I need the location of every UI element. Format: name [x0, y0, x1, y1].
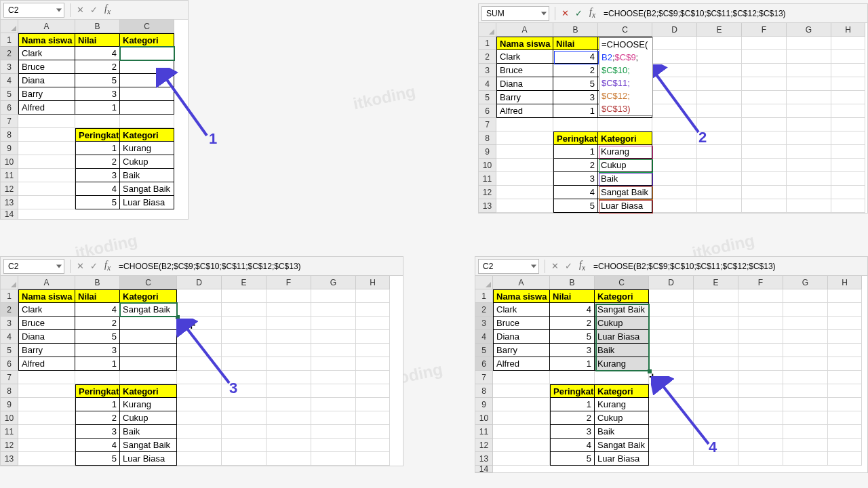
cell[interactable]: [311, 330, 356, 344]
cell[interactable]: 2: [550, 411, 595, 425]
cell[interactable]: [652, 145, 697, 159]
header-cell[interactable]: Kategori: [120, 384, 177, 398]
cell[interactable]: Cukup: [595, 317, 649, 330]
row-header[interactable]: 9: [1, 398, 18, 411]
cell[interactable]: [787, 64, 831, 77]
header-cell[interactable]: Kategori: [595, 384, 649, 398]
row-header[interactable]: 4: [475, 330, 493, 344]
cell[interactable]: [120, 371, 177, 384]
cell[interactable]: 1: [75, 101, 120, 115]
enter-icon[interactable]: ✓: [572, 7, 585, 20]
cell[interactable]: [496, 118, 553, 131]
row-header[interactable]: 13: [1, 196, 18, 209]
cell[interactable]: Kurang: [120, 142, 174, 155]
cell[interactable]: [356, 344, 390, 357]
cell[interactable]: [831, 77, 865, 91]
cell[interactable]: [496, 172, 553, 186]
cell[interactable]: [831, 118, 865, 131]
cell[interactable]: [267, 289, 311, 303]
cell[interactable]: 1: [550, 357, 595, 371]
cell[interactable]: 3: [553, 172, 598, 186]
col-header-C[interactable]: C: [595, 276, 649, 289]
cell[interactable]: [742, 131, 787, 145]
cell[interactable]: [177, 411, 222, 425]
cell[interactable]: 1: [553, 104, 598, 118]
cell[interactable]: [311, 303, 356, 317]
header-cell[interactable]: Kategori: [120, 128, 174, 142]
cell[interactable]: [177, 398, 222, 411]
select-all-corner[interactable]: [475, 276, 493, 289]
cell[interactable]: [222, 303, 267, 317]
cell[interactable]: [652, 91, 697, 104]
fx-icon[interactable]: fx: [589, 7, 595, 20]
cell[interactable]: [831, 199, 865, 213]
formula-input[interactable]: =CHOOSE(B2;$C$9;$C$10;$C$11;$C$12;$C$13): [599, 9, 867, 18]
cell[interactable]: [18, 196, 75, 209]
cell[interactable]: 2: [553, 64, 598, 77]
cell[interactable]: [783, 411, 828, 425]
cell[interactable]: [831, 145, 865, 159]
cell[interactable]: [356, 303, 390, 317]
cell[interactable]: [697, 91, 742, 104]
fx-icon[interactable]: fx: [104, 3, 111, 16]
col-header-E[interactable]: E: [694, 276, 738, 289]
cell[interactable]: [267, 357, 311, 371]
cell[interactable]: 2: [75, 60, 120, 74]
select-all-corner[interactable]: [1, 20, 18, 33]
cell[interactable]: 4: [75, 439, 120, 452]
enter-icon[interactable]: ✓: [561, 260, 575, 273]
header-cell[interactable]: Nilai: [553, 37, 598, 50]
cell[interactable]: Barry: [496, 91, 553, 104]
cell[interactable]: [18, 169, 75, 182]
col-header-C[interactable]: C: [120, 276, 177, 289]
cell[interactable]: [828, 384, 862, 398]
row-header[interactable]: 13: [1, 452, 18, 466]
row-header[interactable]: 1: [475, 289, 493, 303]
cell[interactable]: [267, 425, 311, 439]
cell[interactable]: Kurang: [598, 145, 652, 159]
header-cell[interactable]: Kategori: [120, 289, 177, 303]
cell[interactable]: [120, 74, 174, 87]
cell[interactable]: [356, 371, 390, 384]
cell[interactable]: [697, 77, 742, 91]
col-header-D[interactable]: D: [649, 276, 694, 289]
cell[interactable]: 1: [75, 142, 120, 155]
col-header-D[interactable]: D: [652, 23, 697, 37]
col-header-H[interactable]: H: [831, 23, 865, 37]
cell[interactable]: [553, 118, 598, 131]
cell[interactable]: [120, 330, 177, 344]
cell[interactable]: [828, 452, 862, 466]
cell[interactable]: [222, 398, 267, 411]
cell[interactable]: [598, 118, 652, 131]
cell[interactable]: [18, 371, 75, 384]
cell[interactable]: [783, 357, 828, 371]
row-header[interactable]: 9: [1, 142, 18, 155]
cell[interactable]: [738, 344, 783, 357]
cell[interactable]: [356, 398, 390, 411]
cell[interactable]: [787, 91, 831, 104]
col-header-G[interactable]: G: [787, 23, 831, 37]
active-cell[interactable]: [120, 47, 174, 60]
cell[interactable]: [222, 384, 267, 398]
cell[interactable]: 3: [75, 425, 120, 439]
cell[interactable]: [493, 425, 550, 439]
row-header[interactable]: 6: [475, 357, 493, 371]
cell[interactable]: 1: [75, 357, 120, 371]
cell[interactable]: [311, 344, 356, 357]
cell[interactable]: [356, 317, 390, 330]
cell[interactable]: [783, 303, 828, 317]
cell[interactable]: Clark: [496, 50, 553, 64]
row-header[interactable]: 5: [479, 91, 496, 104]
row-header[interactable]: 12: [1, 439, 18, 452]
cell[interactable]: [177, 371, 222, 384]
cell[interactable]: [75, 115, 120, 128]
cell[interactable]: [177, 357, 222, 371]
cell[interactable]: [742, 199, 787, 213]
cell[interactable]: Cukup: [120, 155, 174, 169]
cell[interactable]: [787, 159, 831, 172]
header-cell[interactable]: Nilai: [550, 289, 595, 303]
row-header[interactable]: 4: [1, 74, 18, 87]
cell[interactable]: 4: [553, 50, 598, 64]
cell[interactable]: [356, 289, 390, 303]
cell[interactable]: [783, 317, 828, 330]
